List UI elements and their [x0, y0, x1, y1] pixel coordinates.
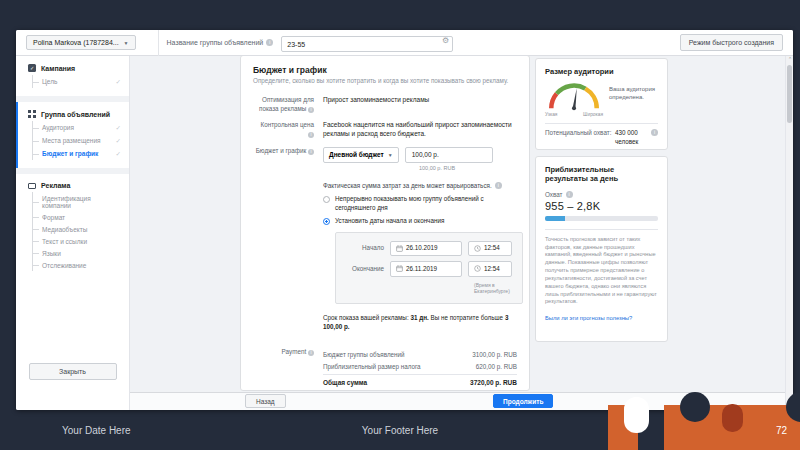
budget-vary-note-text: Фактическая сумма затрат за день может в… — [323, 182, 492, 191]
campaign-subitems: Цель ✓ — [32, 75, 121, 88]
check-icon: ✓ — [116, 150, 121, 158]
sidebar-ad-header[interactable]: Реклама — [28, 182, 121, 189]
window-scrollbar[interactable]: ⌃ — [785, 56, 793, 410]
reach-progress-bar — [545, 216, 658, 221]
audience-card-title: Размер аудитории — [545, 67, 658, 76]
audience-size-card: Размер аудитории Узкая Широкая Ваша ауди… — [535, 58, 668, 150]
budget-type-dropdown[interactable]: Дневной бюджет ▼ — [323, 147, 399, 164]
reach-metric-label-text: Охват — [545, 191, 563, 198]
payment-tax-value: 620,00 р. RUB — [476, 363, 517, 370]
estimated-results-card: Приблизительные результаты за день Охват… — [535, 156, 668, 342]
campaign-icon: ✓ — [28, 64, 36, 72]
budget-amount-caption: 100,00 р. RUB — [419, 165, 523, 172]
sidebar-item-placements[interactable]: Места размещения ✓ — [33, 134, 121, 147]
duration-days: 31 дн. — [410, 314, 428, 321]
end-time-value: 12:54 — [484, 265, 500, 274]
sidebar-item-label: Идентификация компании — [42, 195, 121, 209]
start-date-row: Начало 26.10.2019 12:54 — [346, 241, 512, 257]
radio-icon[interactable] — [323, 196, 330, 203]
duration-middle: Вы не потратите больше — [430, 314, 503, 321]
sidebar-item-budget-schedule[interactable]: Бюджет и график ✓ — [33, 147, 121, 160]
slide-page-number: 72 — [776, 425, 787, 436]
info-icon: i — [308, 132, 314, 138]
budget-amount-input[interactable]: 100,00 р. — [405, 147, 493, 164]
sidebar-item-format[interactable]: Формат — [33, 211, 121, 223]
topbar-divider — [158, 30, 159, 56]
gauge-labels: Узкая Широкая — [545, 112, 603, 117]
payment-tax-row: Приблизительный размер налога 620,00 р. … — [323, 360, 517, 372]
sidebar-item-tracking[interactable]: Отслеживание — [33, 259, 121, 271]
continue-button[interactable]: Продолжить — [493, 394, 553, 408]
info-icon: i — [651, 129, 658, 136]
chevron-down-icon: ▼ — [388, 152, 393, 158]
adset-subitems: Аудитория ✓ Места размещения ✓ Бюджет и … — [32, 121, 121, 160]
adset-name-label: Название группы объявлений i — [167, 39, 274, 46]
sidebar-campaign-header[interactable]: ✓ Кампания — [28, 64, 121, 72]
field-settings-icon[interactable]: ⚙ — [442, 36, 449, 45]
reach-metric-value: 955 – 2,8K — [545, 200, 658, 212]
ads-manager-window: Polina Markova (1787284... ▼ Название гр… — [16, 30, 793, 410]
end-time-input[interactable]: 12:54 — [468, 261, 512, 277]
payment-budget-row: Бюджет группы объявлений 3100,00 р. RUB — [323, 348, 517, 360]
scroll-up-icon[interactable]: ⌃ — [786, 56, 793, 63]
payment-table: Бюджет группы объявлений 3100,00 р. RUB … — [323, 348, 517, 386]
sidebar-item-goal[interactable]: Цель ✓ — [33, 75, 121, 88]
payment-row: Payment i Бюджет группы объявлений 3100,… — [253, 348, 517, 386]
optimization-label: Оптимизация для показа рекламы i — [253, 96, 323, 113]
check-icon: ✓ — [116, 124, 121, 132]
adset-name-label-text: Название группы объявлений — [167, 39, 264, 46]
sidebar-ad-title: Реклама — [41, 182, 70, 189]
calendar-icon — [396, 245, 403, 252]
info-icon: i — [308, 149, 314, 155]
sidebar-item-identity[interactable]: Идентификация компании — [33, 192, 121, 211]
radio-set-dates[interactable]: Установить даты начала и окончания — [323, 217, 523, 226]
sidebar-item-label: Цель — [42, 78, 57, 85]
end-date-input[interactable]: 26.11.2019 — [390, 261, 462, 277]
sidebar-item-label: Бюджет и график — [42, 150, 98, 157]
adset-name-field-wrap: ⚙ — [281, 33, 453, 53]
calendar-icon — [396, 265, 403, 272]
adset-name-input[interactable] — [281, 36, 453, 52]
audience-gauge — [545, 81, 603, 111]
optimization-label-text: Оптимизация для показа рекламы — [259, 96, 314, 112]
decor-orange-bar — [608, 405, 638, 450]
sidebar-item-media[interactable]: Медиаобъекты — [33, 223, 121, 235]
cost-control-value: Facebook нацелится на наибольший прирост… — [323, 121, 517, 139]
info-icon: i — [495, 182, 502, 189]
sidebar-item-audience[interactable]: Аудитория ✓ — [33, 121, 121, 134]
slide-footer-placeholder: Your Footer Here — [362, 425, 438, 436]
start-time-input[interactable]: 12:54 — [468, 241, 512, 257]
sidebar-item-label: Текст и ссылки — [42, 238, 87, 245]
wizard-action-bar — [130, 392, 785, 410]
schedule-box: Начало 26.10.2019 12:54 Окончание — [335, 232, 523, 304]
scrollbar-thumb[interactable] — [787, 65, 792, 123]
sidebar-campaign-title: Кампания — [41, 65, 75, 72]
budget-controls: Дневной бюджет ▼ 100,00 р. — [323, 147, 523, 164]
quick-create-mode-button[interactable]: Режим быстрого создания — [680, 34, 783, 51]
sidebar-item-text-links[interactable]: Текст и ссылки — [33, 235, 121, 247]
sidebar-item-label: Места размещения — [42, 137, 101, 144]
panel-title: Бюджет и график — [253, 65, 517, 75]
end-date-row: Окончание 26.11.2019 12:54 — [346, 261, 512, 277]
budget-label-text: Бюджет и график — [256, 147, 307, 154]
forecast-feedback-link[interactable]: Были ли эти прогнозы полезны? — [545, 315, 632, 321]
account-dropdown[interactable]: Polina Markova (1787284... ▼ — [26, 35, 136, 50]
sidebar-item-label: Медиаобъекты — [42, 226, 87, 233]
start-date-input[interactable]: 26.10.2019 — [390, 241, 462, 257]
end-label: Окончание — [346, 265, 384, 274]
sidebar-item-languages[interactable]: Языки — [33, 247, 121, 259]
optimization-value: Прирост запоминаемости рекламы — [323, 96, 517, 113]
audience-status-text: Ваша аудитория определена. — [609, 81, 658, 117]
back-button[interactable]: Назад — [245, 394, 286, 408]
sidebar-adset-header[interactable]: Группа объявлений — [28, 110, 121, 118]
duration-summary: Срок показа вашей рекламы: 31 дн. Вы не … — [323, 314, 523, 332]
clock-icon — [474, 265, 481, 272]
payment-tax-label: Приблизительный размер налога — [323, 363, 421, 370]
close-button[interactable]: Закрыть — [29, 363, 117, 380]
sidebar-section-campaign: ✓ Кампания Цель ✓ — [16, 56, 129, 96]
results-card-title: Приблизительные результаты за день — [545, 165, 658, 184]
payment-total-value: 3720,00 р. RUB — [470, 379, 517, 386]
clock-icon — [474, 245, 481, 252]
radio-selected-icon[interactable] — [323, 218, 330, 225]
radio-run-continuously[interactable]: Непрерывно показывать мою группу объявле… — [323, 195, 523, 212]
